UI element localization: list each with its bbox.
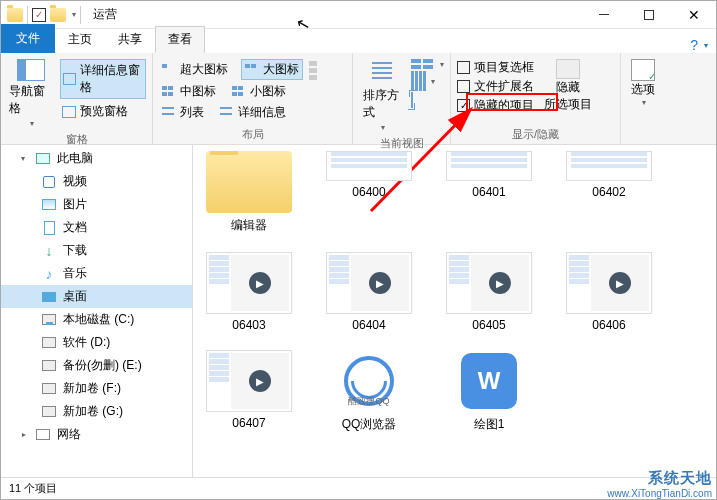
sidebar-item-documents[interactable]: 文档	[1, 216, 192, 239]
groupby-icon	[411, 59, 435, 69]
preview-pane-button[interactable]: 预览窗格	[60, 101, 146, 122]
thumbnail	[566, 151, 652, 181]
pc-icon	[36, 153, 50, 164]
titlebar: ✓ ▾ 运营 ✕	[1, 1, 716, 29]
file-item[interactable]: ▶06407	[201, 350, 297, 433]
thumbnail: ▶	[206, 252, 292, 314]
file-item[interactable]: ▶06405	[441, 252, 537, 332]
group-label-layout: 布局	[159, 127, 346, 144]
sidebar-item-diskg[interactable]: 新加卷 (G:)	[1, 400, 192, 423]
ribbon: 导航窗格 ▾ 详细信息窗格 预览窗格 窗格 超大图标 大图标 中图标 小图标	[1, 53, 716, 145]
documents-icon	[44, 221, 55, 235]
sidebar-item-video[interactable]: 视频	[1, 170, 192, 193]
file-label: 06403	[232, 318, 265, 332]
medium-icon	[162, 86, 176, 98]
file-label: 06407	[232, 416, 265, 430]
list-icon	[162, 107, 176, 119]
nav-pane-button[interactable]: 导航窗格 ▾	[7, 55, 54, 132]
checkbox-icon: ✓	[457, 99, 470, 112]
disk-icon	[42, 383, 56, 394]
file-item[interactable]: 06402	[561, 151, 657, 234]
tab-file[interactable]: 文件	[1, 24, 55, 53]
file-label: 编辑器	[231, 217, 267, 234]
sidebar-item-diske[interactable]: 备份(勿删) (E:)	[1, 354, 192, 377]
sidebar-item-network[interactable]: ▾网络	[1, 423, 192, 446]
sidebar-item-diskf[interactable]: 新加卷 (F:)	[1, 377, 192, 400]
small-icon	[232, 86, 246, 98]
tab-view[interactable]: 查看	[155, 26, 205, 53]
file-item[interactable]: 06400	[321, 151, 417, 234]
nav-pane-icon	[17, 59, 45, 81]
options-button[interactable]: 选项 ▾	[627, 55, 659, 111]
file-item[interactable]: 酷致搜QQQQ浏览器	[321, 350, 417, 433]
sidebar-item-pictures[interactable]: 图片	[1, 193, 192, 216]
maximize-button[interactable]	[626, 1, 671, 29]
thumbnail: ▶	[446, 252, 532, 314]
layout-xlarge[interactable]: 超大图标	[159, 59, 231, 80]
tab-home[interactable]: 主页	[55, 26, 105, 53]
sidebar-item-downloads[interactable]: ↓下载	[1, 239, 192, 262]
file-item[interactable]: 编辑器	[201, 151, 297, 234]
layout-scroll[interactable]	[309, 55, 317, 80]
large-icon	[245, 64, 259, 76]
video-icon	[43, 176, 55, 188]
sidebar-item-pc[interactable]: ▾此电脑	[1, 147, 192, 170]
file-item[interactable]: ▶06404	[321, 252, 417, 332]
qat-folder-icon[interactable]	[50, 8, 66, 22]
file-label: 绘图1	[474, 416, 505, 433]
autofit-button[interactable]	[411, 93, 444, 107]
qat-dropdown[interactable]: ▾	[72, 10, 76, 19]
file-item[interactable]: 06401	[441, 151, 537, 234]
file-view[interactable]: 编辑器064000640106402▶06403▶06404▶06405▶064…	[193, 145, 716, 483]
sidebar-item-diskd[interactable]: 软件 (D:)	[1, 331, 192, 354]
music-icon: ♪	[41, 267, 57, 281]
details-icon	[220, 107, 234, 119]
addcols-button[interactable]: ▾	[411, 71, 444, 91]
sidebar-item-desktop[interactable]: 桌面	[1, 285, 192, 308]
thumbnail: ▶	[206, 350, 292, 412]
ribbon-tabs: 文件 主页 共享 查看 ? ▾	[1, 29, 716, 53]
close-button[interactable]: ✕	[671, 1, 716, 29]
layout-details[interactable]: 详细信息	[217, 103, 289, 122]
checkbox-file-extensions[interactable]: 文件扩展名	[457, 78, 534, 95]
qat-checkbox[interactable]: ✓	[32, 8, 46, 22]
help-button[interactable]: ? ▾	[690, 37, 708, 53]
sort-button[interactable]: 排序方式 ▾	[359, 55, 405, 136]
disk-icon	[42, 360, 56, 371]
sidebar-item-diskc[interactable]: 本地磁盘 (C:)	[1, 308, 192, 331]
layout-list[interactable]: 列表	[159, 103, 207, 122]
network-icon	[36, 429, 50, 440]
folder-icon	[206, 151, 292, 213]
file-label: 06402	[592, 185, 625, 199]
qq-icon: 酷致搜QQ	[326, 350, 412, 412]
sidebar-item-music[interactable]: ♪音乐	[1, 262, 192, 285]
xlarge-icon	[162, 64, 176, 76]
file-label: QQ浏览器	[342, 416, 397, 433]
sidebar: ▾此电脑 视频 图片 文档 ↓下载 ♪音乐 桌面 本地磁盘 (C:) 软件 (D…	[1, 145, 193, 483]
thumbnail: ▶	[566, 252, 652, 314]
hide-selected-button[interactable]: 隐藏 所选项目	[540, 55, 596, 117]
file-item[interactable]: W绘图1	[441, 350, 537, 433]
file-item[interactable]: ▶06403	[201, 252, 297, 332]
tab-share[interactable]: 共享	[105, 26, 155, 53]
checkbox-icon	[457, 61, 470, 74]
file-label: 06405	[472, 318, 505, 332]
detail-pane-button[interactable]: 详细信息窗格	[60, 59, 146, 99]
hide-icon	[556, 59, 580, 79]
file-label: 06404	[352, 318, 385, 332]
wps-icon: W	[446, 350, 532, 412]
groupby-button[interactable]: ▾	[411, 59, 444, 69]
minimize-button[interactable]	[581, 1, 626, 29]
layout-small[interactable]: 小图标	[229, 82, 289, 101]
file-label: 06401	[472, 185, 505, 199]
file-item[interactable]: ▶06406	[561, 252, 657, 332]
content-area: ▾此电脑 视频 图片 文档 ↓下载 ♪音乐 桌面 本地磁盘 (C:) 软件 (D…	[1, 145, 716, 483]
checkbox-item-checkboxes[interactable]: 项目复选框	[457, 59, 534, 76]
disk-icon	[42, 406, 56, 417]
checkbox-hidden-items[interactable]: ✓隐藏的项目	[457, 97, 534, 114]
pictures-icon	[42, 199, 56, 210]
checkbox-icon	[457, 80, 470, 93]
disk-icon	[42, 337, 56, 348]
layout-medium[interactable]: 中图标	[159, 82, 219, 101]
layout-large[interactable]: 大图标	[241, 59, 303, 80]
